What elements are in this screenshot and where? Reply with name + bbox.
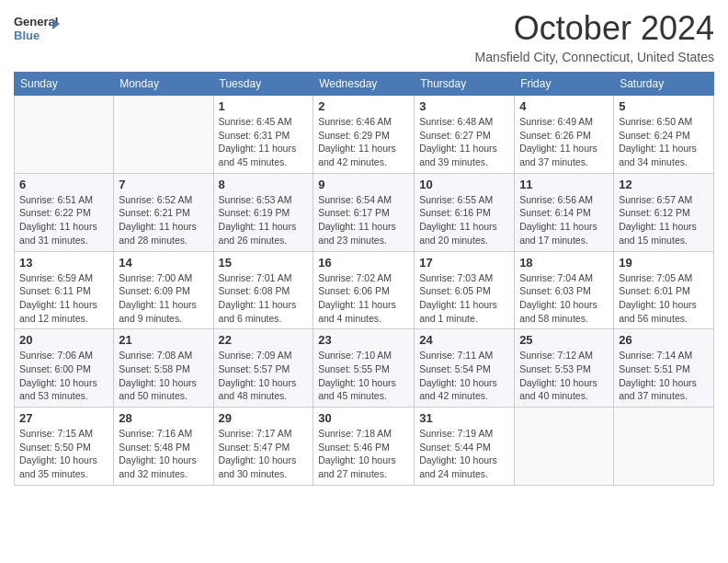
day-info: Sunrise: 7:19 AMSunset: 5:44 PMDaylight:…: [419, 427, 509, 481]
calendar-table: SundayMondayTuesdayWednesdayThursdayFrid…: [14, 72, 714, 486]
day-number: 15: [219, 256, 309, 270]
calendar-day-cell: 1Sunrise: 6:45 AMSunset: 6:31 PMDaylight…: [213, 96, 313, 174]
day-number: 3: [419, 99, 509, 113]
day-info: Sunrise: 7:03 AMSunset: 6:05 PMDaylight:…: [419, 271, 509, 326]
day-info: Sunrise: 6:56 AMSunset: 6:14 PMDaylight:…: [519, 193, 609, 247]
calendar-week-row: 13Sunrise: 6:59 AMSunset: 6:11 PMDayligh…: [15, 251, 714, 329]
calendar-day-header: Thursday: [415, 73, 515, 96]
title-block: October 2024 Mansfield City, Connecticut…: [475, 9, 714, 64]
calendar-day-cell: [515, 408, 614, 486]
day-number: 18: [519, 256, 609, 270]
calendar-day-cell: [614, 408, 714, 486]
calendar-day-cell: 11Sunrise: 6:56 AMSunset: 6:14 PMDayligh…: [515, 173, 614, 251]
day-number: 29: [219, 411, 309, 425]
day-number: 5: [619, 99, 709, 113]
calendar-day-cell: 20Sunrise: 7:06 AMSunset: 6:00 PMDayligh…: [15, 329, 114, 408]
calendar-day-cell: 6Sunrise: 6:51 AMSunset: 6:22 PMDaylight…: [15, 173, 114, 251]
day-info: Sunrise: 6:51 AMSunset: 6:22 PMDaylight:…: [19, 193, 108, 247]
day-number: 19: [619, 256, 709, 270]
day-number: 14: [119, 256, 208, 270]
day-info: Sunrise: 6:54 AMSunset: 6:17 PMDaylight:…: [318, 193, 409, 247]
day-info: Sunrise: 7:11 AMSunset: 5:54 PMDaylight:…: [419, 349, 509, 403]
calendar-day-cell: 23Sunrise: 7:10 AMSunset: 5:55 PMDayligh…: [313, 329, 415, 408]
calendar-day-cell: 29Sunrise: 7:17 AMSunset: 5:47 PMDayligh…: [213, 408, 313, 486]
calendar-week-row: 6Sunrise: 6:51 AMSunset: 6:22 PMDaylight…: [15, 173, 714, 251]
calendar-day-cell: 8Sunrise: 6:53 AMSunset: 6:19 PMDaylight…: [213, 173, 313, 251]
calendar-day-cell: 24Sunrise: 7:11 AMSunset: 5:54 PMDayligh…: [415, 329, 515, 408]
day-number: 22: [219, 333, 309, 347]
day-info: Sunrise: 7:05 AMSunset: 6:01 PMDaylight:…: [619, 271, 709, 326]
day-number: 12: [619, 178, 709, 191]
calendar-day-cell: 5Sunrise: 6:50 AMSunset: 6:24 PMDaylight…: [614, 96, 714, 174]
day-number: 31: [419, 411, 509, 425]
calendar-day-cell: 4Sunrise: 6:49 AMSunset: 6:26 PMDaylight…: [515, 96, 614, 174]
calendar-day-header: Wednesday: [313, 73, 415, 96]
calendar-day-cell: 27Sunrise: 7:15 AMSunset: 5:50 PMDayligh…: [15, 408, 114, 486]
calendar-week-row: 20Sunrise: 7:06 AMSunset: 6:00 PMDayligh…: [15, 329, 714, 408]
calendar-day-header: Friday: [515, 73, 614, 96]
page-header: General Blue October 2024 Mansfield City…: [14, 9, 714, 64]
day-info: Sunrise: 6:45 AMSunset: 6:31 PMDaylight:…: [219, 115, 309, 169]
day-info: Sunrise: 6:55 AMSunset: 6:16 PMDaylight:…: [419, 193, 509, 247]
day-number: 11: [519, 178, 609, 191]
day-info: Sunrise: 6:52 AMSunset: 6:21 PMDaylight:…: [119, 193, 208, 247]
calendar-day-cell: 10Sunrise: 6:55 AMSunset: 6:16 PMDayligh…: [415, 173, 515, 251]
day-info: Sunrise: 7:06 AMSunset: 6:00 PMDaylight:…: [19, 349, 108, 403]
calendar-day-cell: 3Sunrise: 6:48 AMSunset: 6:27 PMDaylight…: [415, 96, 515, 174]
day-number: 1: [219, 99, 309, 113]
day-info: Sunrise: 7:14 AMSunset: 5:51 PMDaylight:…: [619, 349, 709, 403]
day-number: 4: [519, 99, 609, 113]
day-info: Sunrise: 6:48 AMSunset: 6:27 PMDaylight:…: [419, 115, 509, 169]
day-number: 6: [19, 178, 108, 191]
calendar-day-cell: 13Sunrise: 6:59 AMSunset: 6:11 PMDayligh…: [15, 251, 114, 329]
day-number: 7: [119, 178, 208, 191]
calendar-day-cell: 7Sunrise: 6:52 AMSunset: 6:21 PMDaylight…: [114, 173, 213, 251]
calendar-day-cell: 30Sunrise: 7:18 AMSunset: 5:46 PMDayligh…: [313, 408, 415, 486]
calendar-day-cell: 31Sunrise: 7:19 AMSunset: 5:44 PMDayligh…: [415, 408, 515, 486]
day-info: Sunrise: 6:49 AMSunset: 6:26 PMDaylight:…: [519, 115, 609, 169]
calendar-day-cell: 16Sunrise: 7:02 AMSunset: 6:06 PMDayligh…: [313, 251, 415, 329]
calendar-day-cell: 18Sunrise: 7:04 AMSunset: 6:03 PMDayligh…: [515, 251, 614, 329]
calendar-day-cell: 21Sunrise: 7:08 AMSunset: 5:58 PMDayligh…: [114, 329, 213, 408]
svg-text:Blue: Blue: [14, 29, 40, 42]
day-info: Sunrise: 6:59 AMSunset: 6:11 PMDaylight:…: [19, 271, 108, 326]
day-number: 27: [19, 411, 108, 425]
logo: General Blue: [14, 9, 60, 50]
day-info: Sunrise: 7:04 AMSunset: 6:03 PMDaylight:…: [519, 271, 609, 326]
calendar-day-cell: 25Sunrise: 7:12 AMSunset: 5:53 PMDayligh…: [515, 329, 614, 408]
day-number: 25: [519, 333, 609, 347]
calendar-day-cell: 15Sunrise: 7:01 AMSunset: 6:08 PMDayligh…: [213, 251, 313, 329]
day-info: Sunrise: 7:17 AMSunset: 5:47 PMDaylight:…: [219, 427, 309, 481]
day-info: Sunrise: 6:57 AMSunset: 6:12 PMDaylight:…: [619, 193, 709, 247]
calendar-day-header: Tuesday: [213, 73, 313, 96]
day-number: 28: [119, 411, 208, 425]
calendar-day-header: Saturday: [614, 73, 714, 96]
day-number: 20: [19, 333, 108, 347]
day-info: Sunrise: 7:12 AMSunset: 5:53 PMDaylight:…: [519, 349, 609, 403]
day-number: 16: [318, 256, 409, 270]
day-info: Sunrise: 7:09 AMSunset: 5:57 PMDaylight:…: [219, 349, 309, 403]
calendar-day-cell: 28Sunrise: 7:16 AMSunset: 5:48 PMDayligh…: [114, 408, 213, 486]
day-info: Sunrise: 7:10 AMSunset: 5:55 PMDaylight:…: [318, 349, 409, 403]
calendar-day-cell: 26Sunrise: 7:14 AMSunset: 5:51 PMDayligh…: [614, 329, 714, 408]
calendar-day-cell: 19Sunrise: 7:05 AMSunset: 6:01 PMDayligh…: [614, 251, 714, 329]
day-number: 23: [318, 333, 409, 347]
day-info: Sunrise: 7:15 AMSunset: 5:50 PMDaylight:…: [19, 427, 108, 481]
calendar-day-cell: [114, 96, 213, 174]
day-info: Sunrise: 6:53 AMSunset: 6:19 PMDaylight:…: [219, 193, 309, 247]
day-number: 13: [19, 256, 108, 270]
day-number: 17: [419, 256, 509, 270]
calendar-day-cell: 22Sunrise: 7:09 AMSunset: 5:57 PMDayligh…: [213, 329, 313, 408]
location-subtitle: Mansfield City, Connecticut, United Stat…: [475, 50, 714, 64]
calendar-day-header: Monday: [114, 73, 213, 96]
day-number: 2: [318, 99, 409, 113]
logo-icon: General Blue: [14, 9, 60, 46]
calendar-day-cell: 17Sunrise: 7:03 AMSunset: 6:05 PMDayligh…: [415, 251, 515, 329]
day-number: 21: [119, 333, 208, 347]
day-info: Sunrise: 7:08 AMSunset: 5:58 PMDaylight:…: [119, 349, 208, 403]
calendar-day-header: Sunday: [15, 73, 114, 96]
day-info: Sunrise: 7:18 AMSunset: 5:46 PMDaylight:…: [318, 427, 409, 481]
calendar-week-row: 1Sunrise: 6:45 AMSunset: 6:31 PMDaylight…: [15, 96, 714, 174]
day-info: Sunrise: 7:01 AMSunset: 6:08 PMDaylight:…: [219, 271, 309, 326]
day-number: 26: [619, 333, 709, 347]
